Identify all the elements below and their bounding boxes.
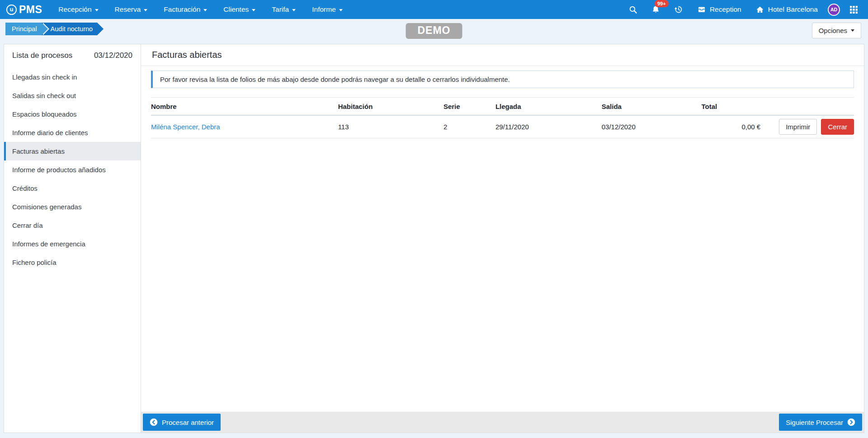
breadcrumb-row: Principal Audit nocturno DEMO Opciones <box>0 19 868 44</box>
sidebar-item-informe-diario-de-clientes[interactable]: Informe diario de clientes <box>4 123 141 142</box>
cell-llegada: 29/11/2020 <box>495 115 602 138</box>
demo-badge: DEMO <box>406 23 462 39</box>
main-panel: Facturas abiertas Por favor revisa la li… <box>141 44 864 433</box>
hotel-selector[interactable]: Hotel Barcelona <box>751 4 822 16</box>
sidebar-item-fichero-policia[interactable]: Fichero policía <box>4 253 141 272</box>
breadcrumb: Principal Audit nocturno <box>5 23 97 35</box>
next-process-label: Siguiente Procesar <box>786 419 843 426</box>
process-footer-bar: Procesar anterior Siguiente Procesar <box>141 412 864 433</box>
col-habitacion: Habitación <box>338 98 443 116</box>
table-row: Miléna Spencer, Debra 113 2 29/11/2020 0… <box>151 115 854 138</box>
brand-name: PMS <box>19 4 42 16</box>
main-body: Por favor revisa la lista de folios de m… <box>141 66 864 412</box>
notifications-bell-icon[interactable]: 99+ <box>647 3 664 16</box>
sidebar-title: Lista de procesos <box>12 51 72 60</box>
col-total: Total <box>702 98 761 116</box>
brand-logo[interactable]: u PMS <box>6 4 42 16</box>
apps-grid-icon[interactable] <box>846 4 862 15</box>
top-navbar: u PMS Recepción Reserva Facturación Clie… <box>0 0 868 19</box>
sidebar-item-salidas-sin-check-out[interactable]: Salidas sin check out <box>4 86 141 105</box>
history-icon[interactable] <box>670 3 687 16</box>
previous-process-label: Procesar anterior <box>162 419 214 426</box>
sidebar-item-comisiones-generadas[interactable]: Comisiones generadas <box>4 198 141 216</box>
sidebar-item-cerrar-dia[interactable]: Cerrar día <box>4 216 141 235</box>
cell-salida: 03/12/2020 <box>602 115 702 138</box>
next-process-button[interactable]: Siguiente Procesar <box>779 414 862 431</box>
notification-count-badge: 99+ <box>655 0 669 7</box>
app-root: u PMS Recepción Reserva Facturación Clie… <box>0 0 868 438</box>
chevron-left-circle-icon <box>150 418 158 426</box>
cell-habitacion: 113 <box>338 115 443 138</box>
pms-logo-icon: u <box>6 5 17 15</box>
print-button[interactable]: Imprimir <box>779 119 817 135</box>
chevron-down-icon <box>851 29 854 32</box>
close-folio-button[interactable]: Cerrar <box>821 119 854 135</box>
chevron-down-icon <box>95 9 99 11</box>
info-message: Por favor revisa la lista de folios de m… <box>151 71 854 88</box>
chevron-right-circle-icon <box>847 418 855 426</box>
menu-recepcion[interactable]: Recepción <box>58 5 98 14</box>
sidebar-item-informes-de-emergencia[interactable]: Informes de emergencia <box>4 235 141 253</box>
chevron-down-icon <box>144 9 147 11</box>
table-header-row: Nombre Habitación Serie Llegada Salida T… <box>151 98 854 116</box>
sidebar-header: Lista de procesos 03/12/2020 <box>4 44 141 64</box>
chevron-down-icon <box>339 9 343 11</box>
menu-clientes[interactable]: Clientes <box>223 5 255 14</box>
sidebar-item-creditos[interactable]: Créditos <box>4 179 141 198</box>
menu-label: Informe <box>312 5 336 14</box>
menu-reserva[interactable]: Reserva <box>115 5 148 14</box>
process-sidebar: Lista de procesos 03/12/2020 Llegadas si… <box>4 44 141 433</box>
col-serie: Serie <box>443 98 495 116</box>
chevron-down-icon <box>292 9 296 11</box>
inbox-icon <box>697 5 706 14</box>
workstation-selector[interactable]: Reception <box>693 4 745 15</box>
workstation-label: Reception <box>710 5 741 14</box>
breadcrumb-principal[interactable]: Principal <box>5 23 42 35</box>
audit-date: 03/12/2020 <box>94 51 132 60</box>
menu-label: Tarifa <box>272 5 289 14</box>
sidebar-item-espacios-bloqueados[interactable]: Espacios bloqueados <box>4 105 141 123</box>
options-label: Opciones <box>819 27 847 34</box>
open-folios-table: Nombre Habitación Serie Llegada Salida T… <box>151 97 854 138</box>
hotel-label: Hotel Barcelona <box>768 5 818 14</box>
col-actions <box>760 98 854 116</box>
menu-label: Recepción <box>58 5 91 14</box>
page-title: Facturas abiertas <box>141 44 864 66</box>
chevron-down-icon <box>252 9 255 11</box>
col-nombre: Nombre <box>151 98 338 116</box>
menu-label: Facturación <box>164 5 200 14</box>
menu-informe[interactable]: Informe <box>312 5 343 14</box>
col-llegada: Llegada <box>495 98 602 116</box>
menu-tarifa[interactable]: Tarifa <box>272 5 296 14</box>
navbar-right: 99+ Reception Hotel Barcelona AD <box>625 3 862 16</box>
previous-process-button[interactable]: Procesar anterior <box>143 414 221 431</box>
sidebar-item-facturas-abiertas[interactable]: Facturas abiertas <box>4 142 141 160</box>
sidebar-item-informe-de-productos-anadidos[interactable]: Informe de productos añadidos <box>4 160 141 179</box>
home-icon <box>755 5 764 14</box>
menu-label: Reserva <box>115 5 141 14</box>
process-list: Llegadas sin check in Salidas sin check … <box>4 68 141 272</box>
content-card: Lista de procesos 03/12/2020 Llegadas si… <box>4 44 864 433</box>
cell-total: 0,00 € <box>702 115 761 138</box>
cell-serie: 2 <box>443 115 495 138</box>
sidebar-item-llegadas-sin-check-in[interactable]: Llegadas sin check in <box>4 68 141 86</box>
menu-facturacion[interactable]: Facturación <box>164 5 207 14</box>
options-button[interactable]: Opciones <box>812 23 861 38</box>
main-menu: Recepción Reserva Facturación Clientes T… <box>58 5 342 14</box>
col-salida: Salida <box>602 98 702 116</box>
chevron-down-icon <box>203 9 207 11</box>
menu-label: Clientes <box>223 5 249 14</box>
user-avatar[interactable]: AD <box>828 4 840 16</box>
guest-name-link[interactable]: Miléna Spencer, Debra <box>151 123 220 131</box>
search-icon[interactable] <box>625 4 642 16</box>
